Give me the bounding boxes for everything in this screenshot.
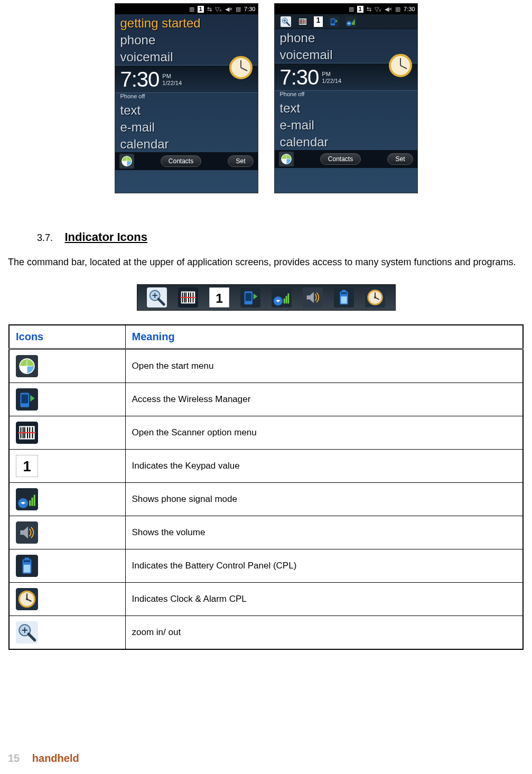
home-item-text[interactable]: text <box>275 99 417 116</box>
wireless-icon <box>16 388 38 411</box>
meaning-cell: Indicates Clock & Alarm CPL <box>125 583 523 616</box>
no-signal-icon: ▽ₓ <box>215 6 222 13</box>
icon-cell <box>9 349 125 383</box>
scanner-icon[interactable] <box>297 16 309 27</box>
keypad-icon <box>16 455 38 477</box>
volume-icon <box>16 521 38 544</box>
clock-panel[interactable]: 7:30 PM 1/22/14 <box>115 65 258 93</box>
signal-icon[interactable] <box>272 287 292 307</box>
section-title: Indicator Icons <box>64 230 147 244</box>
meaning-cell: Access the Wireless Manager <box>125 383 523 416</box>
keypad-icon[interactable] <box>209 287 229 307</box>
start-icon[interactable] <box>279 152 294 166</box>
home-item-email[interactable]: e-mail <box>275 116 417 133</box>
icon-cell <box>9 616 125 650</box>
signal-icon[interactable] <box>345 16 357 27</box>
zoom-icon[interactable] <box>280 16 292 27</box>
status-bar: ▥ 1 ⇆ ▽ₓ ◀× ▥ 7:30 <box>275 4 417 14</box>
home-item-email[interactable]: e-mail <box>115 118 258 135</box>
home-item-text[interactable]: text <box>115 101 258 118</box>
icon-cell <box>9 583 125 616</box>
mute-icon: ◀× <box>225 6 232 13</box>
zoom-icon[interactable] <box>147 287 167 307</box>
icon-cell <box>9 516 125 549</box>
clock-time: 7:30 <box>120 68 160 91</box>
signal-icon <box>16 488 38 510</box>
section-body: The command bar, located at the upper of… <box>8 256 524 268</box>
keypad-indicator: 1 <box>357 6 363 13</box>
home-item-phone[interactable]: phone <box>115 31 258 48</box>
status-time: 7:30 <box>244 6 255 12</box>
table-row: zoom in/ out <box>9 616 523 650</box>
home-item-phone[interactable]: phone <box>275 29 417 46</box>
brand-name: handheld <box>32 752 79 764</box>
clock-icon[interactable] <box>365 287 385 307</box>
clock-date: 1/22/14 <box>322 78 341 85</box>
barcode-icon: ▥ <box>189 6 194 13</box>
section-number: 3.7. <box>37 232 53 244</box>
start-icon <box>16 355 38 377</box>
table-row: Shows phone signal mode <box>9 483 523 516</box>
home-item-calendar[interactable]: calendar <box>115 135 258 152</box>
clock-face-icon <box>389 54 412 77</box>
clock-date: 1/22/14 <box>162 80 182 87</box>
softkey-set[interactable]: Set <box>228 155 253 167</box>
softkey-contacts[interactable]: Contacts <box>320 153 361 165</box>
clock-icon <box>16 588 38 610</box>
zoom-icon <box>16 621 38 644</box>
battery-icon: ▥ <box>236 6 241 13</box>
softkey-contacts[interactable]: Contacts <box>161 155 201 167</box>
table-row: Shows the volume <box>9 516 523 549</box>
table-row: Access the Wireless Manager <box>9 383 523 416</box>
clock-ampm: PM <box>322 71 341 78</box>
table-head-icons: Icons <box>9 325 125 349</box>
screenshots-row: ▥ 1 ⇆ ▽ₓ ◀× ▥ 7:30 getting started phone… <box>8 0 524 193</box>
wireless-icon[interactable] <box>328 16 340 27</box>
clock-time: 7:30 <box>280 66 319 89</box>
softkey-bar: Contacts Set <box>275 150 417 168</box>
battery-icon <box>16 555 38 577</box>
page-footer: 15 handheld <box>8 752 79 764</box>
icons-table: Icons Meaning Open the start menuAccess … <box>8 324 524 650</box>
table-row: Indicates the Keypad value <box>9 450 523 483</box>
icon-cell <box>9 483 125 516</box>
command-bar-figure <box>137 284 396 311</box>
no-signal-icon: ▽ₓ <box>375 6 381 13</box>
phone-status-label: Phone off <box>115 93 258 101</box>
sync-icon: ⇆ <box>207 6 212 13</box>
barcode-icon: ▥ <box>349 6 354 13</box>
table-head-meaning: Meaning <box>125 325 523 349</box>
wireless-icon[interactable] <box>240 287 260 307</box>
start-icon[interactable] <box>119 154 134 169</box>
clock-ampm: PM <box>162 73 182 80</box>
command-bar: 1 <box>275 14 417 29</box>
status-time: 7:30 <box>404 6 415 12</box>
meaning-cell: Shows phone signal mode <box>125 483 523 516</box>
phone-screenshot-right: ▥ 1 ⇆ ▽ₓ ◀× ▥ 7:30 1 phone voicemail 7:3… <box>274 3 418 193</box>
softkey-set[interactable]: Set <box>387 153 413 165</box>
battery-icon[interactable] <box>334 287 354 307</box>
keypad-indicator: 1 <box>198 6 204 13</box>
clock-panel[interactable]: 7:30 PM 1/22/14 <box>275 63 417 91</box>
phone-screenshot-left: ▥ 1 ⇆ ▽ₓ ◀× ▥ 7:30 getting started phone… <box>115 3 258 193</box>
home-item-calendar[interactable]: calendar <box>275 133 417 150</box>
softkey-bar: Contacts Set <box>115 152 258 170</box>
icon-cell <box>9 416 125 450</box>
status-bar: ▥ 1 ⇆ ▽ₓ ◀× ▥ 7:30 <box>115 4 258 14</box>
meaning-cell: Open the Scanner option menu <box>125 416 523 450</box>
keypad-icon[interactable]: 1 <box>314 16 323 27</box>
meaning-cell: Open the start menu <box>125 349 523 383</box>
table-row: Open the start menu <box>9 349 523 383</box>
table-row: Open the Scanner option menu <box>9 416 523 450</box>
phone-status-label: Phone off <box>275 91 417 99</box>
meaning-cell: Shows the volume <box>125 516 523 549</box>
icon-cell <box>9 450 125 483</box>
scanner-icon[interactable] <box>178 287 198 307</box>
sync-icon: ⇆ <box>367 6 371 13</box>
meaning-cell: Indicates the Battery Control Panel (CPL… <box>125 549 523 583</box>
home-item-getting-started[interactable]: getting started <box>115 14 258 31</box>
volume-icon[interactable] <box>303 287 323 307</box>
clock-face-icon <box>229 56 253 79</box>
battery-icon: ▥ <box>395 6 400 13</box>
table-row: Indicates Clock & Alarm CPL <box>9 583 523 616</box>
